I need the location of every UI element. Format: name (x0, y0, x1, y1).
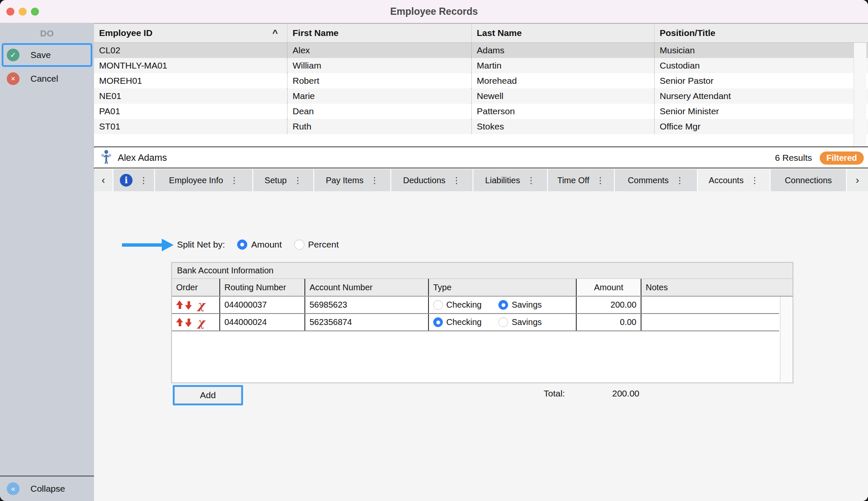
kebab-menu-icon[interactable]: ⋮ (370, 176, 379, 184)
move-up-icon[interactable] (176, 300, 183, 310)
employee-table-scrollbar[interactable] (854, 43, 866, 146)
tab-time-off[interactable]: Time Off⋮ (548, 169, 615, 191)
add-callout-highlight: Add (173, 385, 243, 405)
radio-savings[interactable] (498, 317, 508, 327)
move-down-icon[interactable] (185, 318, 192, 327)
tab-comments[interactable]: Comments⋮ (615, 169, 698, 191)
titlebar: Employee Records (0, 0, 868, 23)
annotation-arrow (122, 239, 174, 251)
radio-checking[interactable] (433, 300, 443, 310)
kebab-menu-icon[interactable]: ⋮ (675, 176, 684, 184)
chevron-left-icon: ‹ (102, 174, 105, 186)
split-option-percent[interactable]: Percent (294, 239, 339, 250)
column-header-last-name[interactable]: Last Name (471, 24, 654, 42)
close-icon: × (7, 72, 19, 85)
cancel-button[interactable]: × Cancel (0, 67, 94, 91)
tabs-scroll-right-button[interactable]: › (847, 169, 868, 191)
move-up-icon[interactable] (176, 318, 183, 327)
tab-accounts[interactable]: Accounts⋮ (698, 169, 771, 191)
column-header-notes: Notes (641, 279, 793, 296)
amount-cell[interactable]: 200.00 (576, 297, 641, 313)
amount-cell[interactable]: 0.00 (576, 314, 641, 330)
bank-table-header: Order Routing Number Account Number Type… (172, 279, 793, 297)
notes-cell[interactable] (641, 314, 779, 330)
column-header-amount[interactable]: Amount (576, 279, 641, 296)
move-down-icon[interactable] (185, 300, 192, 310)
sidebar: DO ✓ Save × Cancel « Collapse (0, 23, 94, 501)
double-chevron-left-icon: « (7, 482, 19, 495)
radio-amount[interactable] (237, 239, 247, 250)
table-row[interactable]: ST01Ruth StokesOffice Mgr (94, 119, 868, 134)
table-row[interactable]: PA01Dean PattersonSenior Minister (94, 104, 868, 119)
employee-table-header: Employee ID ^ First Name Last Name Posit… (94, 24, 868, 43)
results-count: 6 Results (775, 153, 812, 163)
bank-account-row: χ 044000037 56985623 Checking Savings 20… (172, 297, 779, 314)
bank-account-row: χ 044000024 562356874 Checking Savings 0… (172, 314, 779, 331)
kebab-menu-icon[interactable]: ⋮ (750, 176, 759, 184)
tab-employee-info[interactable]: Employee Info⋮ (155, 169, 253, 191)
kebab-menu-icon[interactable]: ⋮ (596, 176, 605, 184)
table-row[interactable]: MONTHLY-MA01William MartinCustodian (94, 58, 868, 73)
selected-record-name: Alex Adams (118, 152, 167, 163)
notes-cell[interactable] (641, 297, 779, 313)
window-title: Employee Records (0, 0, 868, 23)
total-label: Total: (544, 388, 565, 399)
order-cell: χ (172, 314, 219, 330)
bank-table-body: χ 044000037 56985623 Checking Savings 20… (172, 297, 793, 382)
tabs-scroll-left-button[interactable]: ‹ (94, 169, 113, 191)
account-number-cell[interactable]: 56985623 (304, 297, 428, 313)
tab-deductions[interactable]: Deductions⋮ (391, 169, 473, 191)
sidebar-section-header: DO (0, 23, 94, 43)
total-value: 200.00 (581, 388, 639, 399)
column-header-order: Order (172, 279, 219, 296)
sort-ascending-icon[interactable]: ^ (272, 28, 278, 39)
split-option-amount[interactable]: Amount (237, 239, 282, 250)
account-number-cell[interactable]: 562356874 (304, 314, 428, 330)
app-window: Employee Records DO ✓ Save × Cancel « Co… (0, 0, 868, 501)
radio-checking[interactable] (433, 317, 443, 327)
kebab-menu-icon[interactable]: ⋮ (139, 176, 148, 184)
table-row[interactable]: CL02Alex AdamsMusician (94, 43, 868, 58)
record-bar: Alex Adams 6 Results Filtered (94, 148, 868, 168)
column-header-employee-id[interactable]: Employee ID ^ (94, 24, 287, 42)
table-row[interactable]: MOREH01Robert MoreheadSenior Pastor (94, 73, 868, 88)
delete-row-icon[interactable]: χ (197, 317, 205, 328)
split-net-row: Split Net by: Amount Percent (177, 235, 339, 254)
tab-pay-items[interactable]: Pay Items⋮ (314, 169, 391, 191)
chevron-right-icon: › (856, 174, 859, 186)
employee-table: Employee ID ^ First Name Last Name Posit… (94, 23, 868, 147)
tab-record-info[interactable]: i ⋮ (113, 169, 155, 191)
column-header-routing: Routing Number (219, 279, 304, 296)
bank-account-table: Bank Account Information Order Routing N… (171, 262, 793, 383)
employee-person-icon (100, 150, 113, 166)
check-icon: ✓ (7, 49, 19, 61)
radio-savings[interactable] (498, 300, 508, 310)
column-header-type: Type (428, 279, 576, 296)
column-header-first-name[interactable]: First Name (287, 24, 471, 42)
type-cell: Checking Savings (428, 314, 576, 330)
add-account-button[interactable]: Add (174, 387, 241, 404)
tab-setup[interactable]: Setup⋮ (253, 169, 314, 191)
tab-connections[interactable]: Connections (771, 169, 847, 191)
filtered-badge[interactable]: Filtered (820, 151, 864, 165)
tab-liabilities[interactable]: Liabilities⋮ (473, 169, 548, 191)
split-net-label: Split Net by: (177, 239, 225, 250)
collapse-sidebar-button[interactable]: « Collapse (0, 476, 94, 501)
bank-table-scrollbar[interactable] (780, 297, 793, 382)
kebab-menu-icon[interactable]: ⋮ (293, 176, 302, 184)
kebab-menu-icon[interactable]: ⋮ (230, 176, 238, 184)
column-header-position[interactable]: Position/Title (654, 24, 868, 42)
kebab-menu-icon[interactable]: ⋮ (452, 176, 461, 184)
table-row[interactable]: NE01Marie NewellNursery Attendant (94, 88, 868, 104)
bank-table-title: Bank Account Information (172, 263, 793, 279)
save-button[interactable]: ✓ Save (0, 43, 94, 67)
column-header-account: Account Number (304, 279, 428, 296)
routing-number-cell[interactable]: 044000024 (219, 314, 304, 330)
radio-percent[interactable] (294, 239, 304, 250)
kebab-menu-icon[interactable]: ⋮ (527, 176, 535, 184)
accounts-panel: Split Net by: Amount Percent Bank Accoun… (94, 191, 868, 501)
delete-row-icon[interactable]: χ (197, 300, 205, 311)
order-cell: χ (172, 297, 219, 313)
tab-bar: ‹ i ⋮ Employee Info⋮ Setup⋮ Pay Items⋮ D… (94, 169, 868, 191)
routing-number-cell[interactable]: 044000037 (219, 297, 304, 313)
